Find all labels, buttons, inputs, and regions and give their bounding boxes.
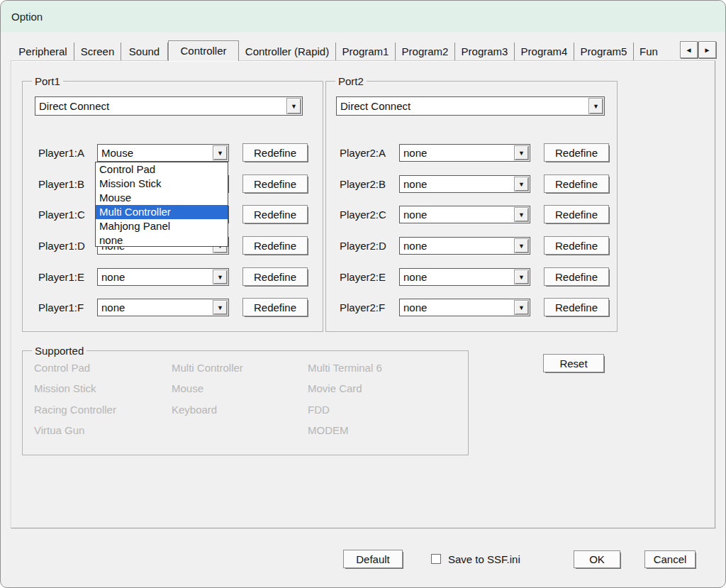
option-dialog: Option Peripheral Screen Sound Controlle… xyxy=(0,0,726,588)
tab-function[interactable]: Fun xyxy=(634,43,679,61)
player2-d-value: none xyxy=(400,238,513,254)
tab-program4[interactable]: Program4 xyxy=(515,43,574,61)
player1-f-select[interactable]: none ▼ xyxy=(97,299,229,316)
tab-program2[interactable]: Program2 xyxy=(396,43,455,61)
chevron-down-icon[interactable]: ▼ xyxy=(514,207,529,222)
player1-c-label: Player1:C xyxy=(38,205,85,224)
window-title: Option xyxy=(11,11,43,23)
tab-sound[interactable]: Sound xyxy=(121,43,168,61)
player2-f-value: none xyxy=(400,299,513,316)
port1-connect-select[interactable]: Direct Connect ▼ xyxy=(35,96,303,116)
ok-button[interactable]: OK xyxy=(574,550,620,568)
chevron-down-icon[interactable]: ▼ xyxy=(213,145,228,160)
player1-a-row: Player1:A Mouse ▼ Redefine xyxy=(23,143,323,162)
tab-screen[interactable]: Screen xyxy=(74,43,121,61)
chevron-down-icon[interactable]: ▼ xyxy=(514,145,529,160)
supported-item: MODEM xyxy=(308,423,349,438)
titlebar: Option xyxy=(1,1,725,32)
reset-button[interactable]: Reset xyxy=(543,354,604,372)
player1-d-label: Player1:D xyxy=(38,236,85,255)
save-to-ssf-checkbox[interactable] xyxy=(431,554,441,564)
player1-e-redefine-button[interactable]: Redefine xyxy=(242,267,308,286)
player1-d-redefine-button[interactable]: Redefine xyxy=(242,236,308,255)
player2-e-select[interactable]: none ▼ xyxy=(399,268,530,286)
supported-item: Racing Controller xyxy=(34,403,116,417)
tab-controller-rapid[interactable]: Controller (Rapid) xyxy=(239,43,336,61)
player1-f-redefine-button[interactable]: Redefine xyxy=(242,298,308,316)
supported-item: FDD xyxy=(308,403,330,417)
arrow-right-icon: ► xyxy=(704,46,711,54)
port2-connect-select[interactable]: Direct Connect ▼ xyxy=(336,96,605,116)
port1-connect-value: Direct Connect xyxy=(35,97,286,115)
chevron-down-icon[interactable]: ▼ xyxy=(514,238,529,253)
supported-item: Virtua Gun xyxy=(34,423,84,438)
player1-f-label: Player1:F xyxy=(38,298,84,317)
player2-e-label: Player2:E xyxy=(340,267,386,287)
tab-program5[interactable]: Program5 xyxy=(574,43,634,61)
player2-f-row: Player2:F none ▼ Redefine xyxy=(326,298,617,317)
player1-e-label: Player1:E xyxy=(38,267,84,287)
dropdown-option[interactable]: none xyxy=(96,233,228,247)
player1-b-redefine-button[interactable]: Redefine xyxy=(242,174,308,193)
tab-bar: Peripheral Screen Sound Controller Contr… xyxy=(12,40,679,61)
port1-legend: Port1 xyxy=(32,74,63,88)
player1-e-row: Player1:E none ▼ Redefine xyxy=(23,267,323,287)
tab-controller[interactable]: Controller xyxy=(168,40,239,61)
player2-c-value: none xyxy=(400,206,513,223)
cancel-button[interactable]: Cancel xyxy=(644,550,696,568)
player2-d-row: Player2:D none ▼ Redefine xyxy=(326,236,617,255)
dropdown-option[interactable]: Mouse xyxy=(96,191,228,205)
port2-legend: Port2 xyxy=(335,74,367,88)
player1-f-row: Player1:F none ▼ Redefine xyxy=(23,298,323,317)
chevron-down-icon[interactable]: ▼ xyxy=(514,300,529,315)
supported-item: Mission Stick xyxy=(34,382,96,396)
port2-connect-value: Direct Connect xyxy=(337,97,588,115)
dropdown-option[interactable]: Control Pad xyxy=(96,162,228,177)
player2-d-redefine-button[interactable]: Redefine xyxy=(544,236,609,255)
player2-a-select[interactable]: none ▼ xyxy=(399,144,530,162)
chevron-down-icon[interactable]: ▼ xyxy=(213,300,228,315)
chevron-down-icon[interactable]: ▼ xyxy=(514,177,529,192)
player2-c-select[interactable]: none ▼ xyxy=(399,206,530,223)
player1-a-redefine-button[interactable]: Redefine xyxy=(242,143,308,162)
player1-f-value: none xyxy=(98,299,212,316)
player1-a-select[interactable]: Mouse ▼ xyxy=(97,144,229,162)
dropdown-option[interactable]: Multi Controller xyxy=(96,205,228,219)
chevron-down-icon[interactable]: ▼ xyxy=(588,98,603,114)
tab-peripheral[interactable]: Peripheral xyxy=(12,43,74,61)
dropdown-option[interactable]: Mahjong Panel xyxy=(96,219,228,233)
chevron-down-icon[interactable]: ▼ xyxy=(286,98,301,114)
supported-group: Supported Control Pad Mission Stick Raci… xyxy=(22,350,469,455)
supported-item: Mouse xyxy=(172,382,203,396)
player2-c-redefine-button[interactable]: Redefine xyxy=(544,205,609,223)
player2-a-value: none xyxy=(400,145,513,161)
player1-e-select[interactable]: none ▼ xyxy=(97,268,229,286)
tab-scroll-left-button[interactable]: ◄ xyxy=(680,41,698,58)
player1-e-value: none xyxy=(98,269,212,285)
player1-a-label: Player1:A xyxy=(38,143,84,162)
supported-item: Keyboard xyxy=(172,403,217,417)
player1-a-dropdown-list: Control Pad Mission Stick Mouse Multi Co… xyxy=(95,162,228,247)
player2-f-select[interactable]: none ▼ xyxy=(399,299,530,316)
dropdown-option[interactable]: Mission Stick xyxy=(96,177,228,191)
player2-e-row: Player2:E none ▼ Redefine xyxy=(326,267,617,287)
player1-c-redefine-button[interactable]: Redefine xyxy=(242,205,308,223)
tab-program1[interactable]: Program1 xyxy=(336,43,396,61)
player2-a-redefine-button[interactable]: Redefine xyxy=(544,143,609,162)
arrow-left-icon: ◄ xyxy=(686,46,693,54)
player2-d-select[interactable]: none ▼ xyxy=(399,237,530,255)
player2-b-select[interactable]: none ▼ xyxy=(399,175,530,193)
chevron-down-icon[interactable]: ▼ xyxy=(514,270,529,284)
chevron-down-icon[interactable]: ▼ xyxy=(213,270,228,284)
player2-e-redefine-button[interactable]: Redefine xyxy=(544,267,609,286)
port2-group: Port2 Direct Connect ▼ Player2:A none ▼ … xyxy=(325,81,618,332)
player2-b-redefine-button[interactable]: Redefine xyxy=(544,174,609,193)
player2-f-redefine-button[interactable]: Redefine xyxy=(544,298,609,316)
tab-program3[interactable]: Program3 xyxy=(455,43,515,61)
player2-a-label: Player2:A xyxy=(340,143,386,162)
player2-a-row: Player2:A none ▼ Redefine xyxy=(326,143,617,162)
tab-scroll-right-button[interactable]: ► xyxy=(698,41,716,58)
player2-d-label: Player2:D xyxy=(340,236,386,255)
supported-item: Control Pad xyxy=(34,361,90,375)
default-button[interactable]: Default xyxy=(343,550,403,568)
